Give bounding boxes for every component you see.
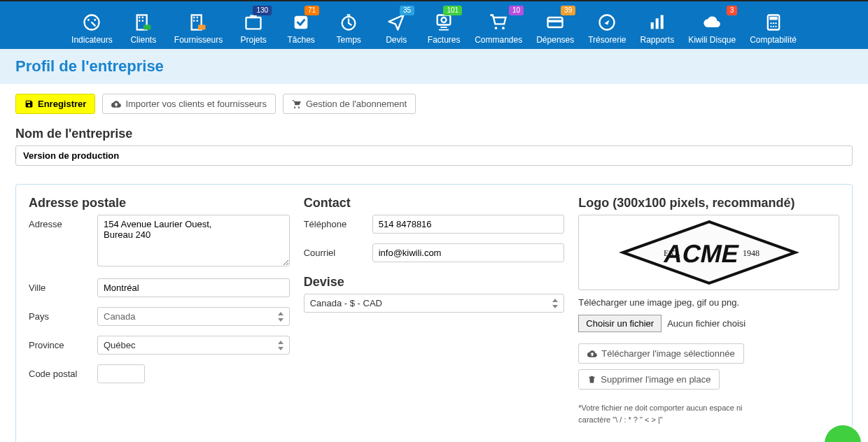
invoice-icon — [434, 13, 454, 32]
nav-item-dépenses[interactable]: Dépenses39 — [529, 1, 581, 49]
nav-label: Projets — [240, 35, 266, 45]
svg-point-21 — [502, 27, 505, 29]
card-icon — [545, 13, 565, 32]
postal-label: Code postal — [29, 364, 97, 379]
svg-rect-15 — [246, 17, 261, 29]
delete-image-button[interactable]: Supprimer l'image en place — [578, 369, 720, 390]
city-input[interactable] — [97, 278, 290, 297]
email-input[interactable] — [372, 243, 565, 262]
svg-rect-25 — [650, 22, 653, 29]
quote-icon — [386, 13, 406, 32]
choose-file-button[interactable]: Choisir un fichier — [578, 315, 662, 332]
svg-point-1 — [88, 19, 90, 21]
contact-title: Contact — [304, 196, 565, 211]
bars-icon — [648, 13, 667, 32]
currency-title: Devise — [304, 275, 565, 290]
svg-rect-10 — [193, 17, 195, 18]
svg-rect-8 — [144, 25, 151, 30]
phone-label: Téléphone — [304, 215, 372, 229]
nav-label: Fournisseurs — [174, 35, 223, 45]
nav-label: Tâches — [287, 35, 314, 45]
postal-input[interactable] — [97, 364, 145, 383]
nav-badge: 71 — [304, 6, 319, 15]
import-button[interactable]: Importer vos clients et fournisseurs — [102, 94, 276, 114]
svg-rect-14 — [198, 25, 206, 30]
svg-rect-12 — [193, 20, 195, 22]
time-icon — [339, 13, 358, 32]
svg-rect-13 — [197, 20, 198, 22]
nav-item-devis[interactable]: Devis35 — [372, 1, 420, 49]
svg-rect-4 — [139, 17, 140, 18]
phone-input[interactable] — [372, 215, 565, 234]
nav-label: Comptabilité — [750, 35, 797, 45]
nav-badge: 39 — [561, 6, 575, 15]
svg-point-19 — [442, 17, 447, 22]
nav-badge: 130 — [253, 6, 272, 15]
nav-label: Trésorerie — [588, 35, 626, 45]
nav-item-rapports[interactable]: Rapports — [633, 1, 681, 49]
email-label: Courriel — [304, 243, 372, 258]
save-button[interactable]: Enregistrer — [15, 94, 95, 114]
company-name-input[interactable] — [15, 145, 853, 166]
gauge-icon — [82, 13, 102, 32]
nav-badge: 3 — [727, 6, 738, 15]
country-label: Pays — [29, 307, 97, 322]
svg-point-20 — [495, 27, 498, 29]
nav-label: Factures — [428, 35, 461, 45]
nav-label: Rapports — [640, 35, 674, 45]
nav-badge: 10 — [509, 6, 524, 15]
nav-item-fournisseurs[interactable]: Fournisseurs — [167, 1, 230, 49]
nav-item-temps[interactable]: Temps — [325, 1, 372, 49]
nav-item-comptabilité[interactable]: Comptabilité — [743, 1, 804, 49]
nav-label: Dépenses — [536, 35, 574, 45]
logo-footnote: *Votre fichier ne doit comporter aucun e… — [578, 402, 760, 425]
page-title: Profil de l'entreprise — [15, 57, 853, 76]
file-chooser-row: Choisir un fichier Aucun fichier choisi — [578, 315, 839, 332]
province-select[interactable]: Québec — [97, 336, 290, 355]
address-title: Adresse postale — [29, 196, 290, 211]
nav-item-commandes[interactable]: Commandes10 — [468, 1, 529, 49]
country-select[interactable]: Canada — [97, 307, 290, 326]
address-label: Adresse — [29, 215, 97, 229]
svg-rect-29 — [769, 17, 778, 20]
projects-icon — [244, 13, 263, 32]
nav-label: Kiwili Disque — [688, 35, 736, 45]
subscription-button[interactable]: Gestion de l'abonnement — [283, 94, 416, 114]
svg-text:1948: 1948 — [743, 248, 760, 258]
province-label: Province — [29, 336, 97, 350]
address-input[interactable] — [97, 215, 290, 266]
nav-item-indicateurs[interactable]: Indicateurs — [64, 1, 120, 49]
nav-item-factures[interactable]: Factures101 — [420, 1, 468, 49]
nav-items: IndicateursClientsFournisseursProjets130… — [64, 1, 804, 49]
acme-logo: EST. 1948 ACME — [615, 219, 804, 286]
svg-point-34 — [772, 26, 774, 27]
nav-item-trésorerie[interactable]: Trésorerie — [581, 1, 633, 49]
svg-rect-23 — [548, 20, 563, 23]
contact-column: Contact Téléphone Courriel Devise Canada… — [304, 196, 565, 425]
svg-rect-27 — [660, 15, 663, 29]
nav-item-projets[interactable]: Projets130 — [230, 1, 277, 49]
svg-rect-18 — [438, 15, 451, 25]
cart-icon — [292, 99, 302, 109]
svg-text:ACME: ACME — [662, 239, 742, 268]
cloud-upload-icon — [587, 349, 597, 359]
city-label: Ville — [29, 278, 97, 293]
save-icon — [24, 99, 34, 108]
nav-label: Commandes — [475, 35, 522, 45]
suppliers-icon — [188, 13, 208, 32]
nav-badge: 101 — [443, 6, 462, 15]
upload-image-button[interactable]: Télécharger l'image sélectionnée — [578, 343, 743, 364]
nav-item-kiwili disque[interactable]: Kiwili Disque3 — [681, 1, 743, 49]
svg-rect-11 — [197, 17, 198, 18]
calc-icon — [764, 13, 783, 32]
company-name-label: Nom de l'entreprise — [15, 127, 853, 141]
nav-item-clients[interactable]: Clients — [120, 1, 167, 49]
file-status: Aucun fichier choisi — [667, 318, 746, 329]
svg-rect-6 — [139, 20, 140, 22]
cloud-upload-icon — [111, 99, 121, 109]
nav-item-tâches[interactable]: Tâches71 — [277, 1, 325, 49]
cloud-icon — [702, 13, 722, 32]
currency-select[interactable]: Canada - $ - CAD — [304, 294, 565, 313]
svg-rect-26 — [655, 18, 658, 29]
nav-label: Indicateurs — [71, 35, 113, 45]
